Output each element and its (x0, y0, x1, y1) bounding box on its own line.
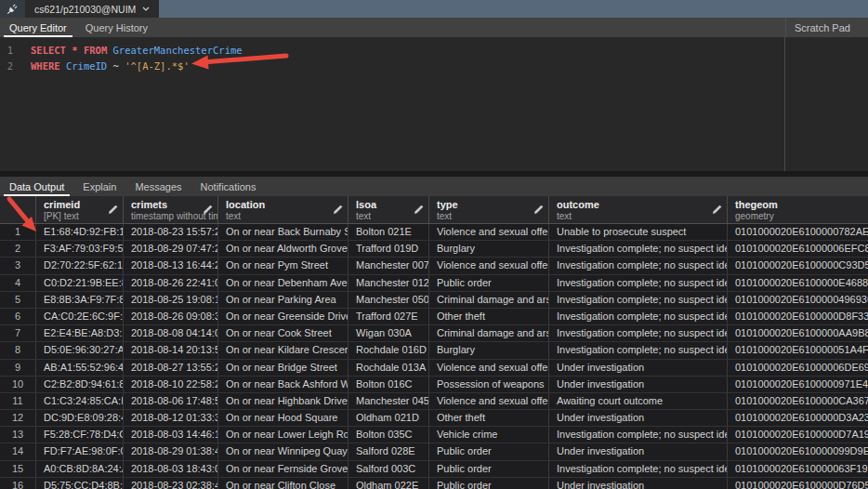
cell-outcome[interactable]: Investigation complete; no suspect ident… (549, 461, 728, 477)
cell-lsoa[interactable]: Bolton 035C (349, 427, 429, 443)
cell-lsoa[interactable]: Rochdale 016D (349, 342, 429, 358)
scratch-pad-panel[interactable] (785, 37, 868, 171)
cell-location[interactable]: On or near Cook Street (218, 325, 349, 341)
row-number[interactable]: 15 (0, 461, 36, 477)
cell-lsoa[interactable]: Trafford 019D (349, 241, 429, 257)
cell-type[interactable]: Violence and sexual offences (429, 393, 549, 409)
cell-crimeid[interactable]: FD:F7:AE:98:0F:07 (36, 443, 124, 459)
cell-crimets[interactable]: 2018-08-10 22:58:24 (124, 377, 218, 392)
cell-thegeom[interactable]: 0101000020E61000006DE690D442E9 (728, 360, 868, 376)
cell-crimets[interactable]: 2018-08-27 13:55:27 (124, 360, 218, 376)
cell-crimets[interactable]: 2018-08-12 01:33:36 (124, 410, 218, 426)
cell-outcome[interactable]: Investigation complete; no suspect ident… (549, 342, 728, 358)
tab-data-output[interactable]: Data Output (0, 177, 73, 196)
cell-location[interactable]: On or near Hood Square (218, 410, 349, 426)
connection-status-button[interactable] (0, 0, 25, 18)
cell-lsoa[interactable]: Wigan 030A (349, 325, 429, 341)
select-all-corner[interactable] (0, 196, 36, 223)
cell-lsoa[interactable]: Salford 028E (349, 443, 429, 459)
cell-outcome[interactable]: Investigation complete; no suspect ident… (549, 325, 728, 341)
row-number[interactable]: 1 (0, 224, 36, 240)
cell-thegeom[interactable]: 0101000020E6100000D8F335CB65C3 (728, 309, 868, 324)
tab-notifications[interactable]: Notifications (191, 177, 266, 196)
cell-crimeid[interactable]: E8:8B:3A:F9:7F:89 (36, 292, 124, 308)
cell-location[interactable]: On or near Greenside Drive (218, 309, 349, 324)
cell-location[interactable]: On or near Pym Street (218, 258, 349, 273)
cell-crimeid[interactable]: D5:75:CC:D4:8B:0A (36, 478, 124, 489)
cell-crimets[interactable]: 2018-08-29 07:47:27 (124, 241, 218, 257)
connection-dropdown[interactable]: cs621/p210030@NUIM (25, 0, 159, 18)
cell-crimeid[interactable]: D2:70:22:5F:62:15 (36, 258, 124, 273)
cell-lsoa[interactable]: Oldham 022E (349, 478, 429, 489)
cell-crimeid[interactable]: C0:D2:21:9B:EE:8A (36, 275, 124, 291)
row-number[interactable]: 9 (0, 360, 36, 376)
cell-crimeid[interactable]: A0:CB:8D:8A:24:AD (36, 461, 124, 477)
cell-type[interactable]: Violence and sexual offences (429, 224, 549, 240)
cell-lsoa[interactable]: Manchester 050E (349, 292, 429, 308)
cell-thegeom[interactable]: 0101000020E6100000CA367007EAD4 (728, 393, 868, 409)
row-number[interactable]: 5 (0, 292, 36, 308)
cell-outcome[interactable]: Investigation complete; no suspect ident… (549, 258, 728, 273)
cell-outcome[interactable]: Investigation complete; no suspect ident… (549, 427, 728, 443)
cell-outcome[interactable]: Under investigation (549, 377, 728, 392)
cell-lsoa[interactable]: Rochdale 013A (349, 360, 429, 376)
cell-location[interactable]: On or near Winnipeg Quay (218, 443, 349, 459)
row-number[interactable]: 3 (0, 258, 36, 273)
cell-type[interactable]: Criminal damage and arson (429, 325, 549, 341)
cell-crimeid[interactable]: F5:28:CF:78:D4:C6 (36, 427, 124, 443)
cell-crimets[interactable]: 2018-08-03 18:43:07 (124, 461, 218, 477)
cell-lsoa[interactable]: Manchester 045D (349, 393, 429, 409)
column-header-thegeom[interactable]: thegeomgeometry (728, 196, 868, 223)
cell-thegeom[interactable]: 0101000020E610000063F19BC24A25 (728, 461, 868, 477)
cell-crimets[interactable]: 2018-08-25 19:08:15 (124, 292, 218, 308)
cell-location[interactable]: On or near Back Burnaby Street (218, 224, 349, 240)
row-number[interactable]: 7 (0, 325, 36, 341)
tab-query-history[interactable]: Query History (76, 18, 157, 37)
cell-crimeid[interactable]: F3:AF:79:03:F9:55 (36, 241, 124, 257)
cell-crimeid[interactable]: C1:C3:24:85:CA:EC (36, 393, 124, 409)
cell-thegeom[interactable]: 0101000020E610000099D9E731CA53 (728, 443, 868, 459)
row-number[interactable]: 6 (0, 309, 36, 324)
cell-lsoa[interactable]: Bolton 016C (349, 377, 429, 392)
cell-location[interactable]: On or near Fernside Grove (218, 461, 349, 477)
cell-lsoa[interactable]: Manchester 007B (349, 258, 429, 273)
cell-location[interactable]: On or near Aldworth Grove (218, 241, 349, 257)
row-number[interactable]: 11 (0, 393, 36, 409)
cell-type[interactable]: Other theft (429, 410, 549, 426)
cell-type[interactable]: Other theft (429, 309, 549, 324)
cell-lsoa[interactable]: Salford 003C (349, 461, 429, 477)
cell-lsoa[interactable]: Manchester 012E (349, 275, 429, 291)
cell-crimets[interactable]: 2018-08-23 15:57:24 (124, 224, 218, 240)
tab-query-editor[interactable]: Query Editor (0, 18, 76, 37)
row-number[interactable]: 10 (0, 377, 36, 392)
sql-editor[interactable]: 1SELECT * FROM GreaterManchesterCrime2WH… (0, 37, 784, 171)
row-number[interactable]: 2 (0, 241, 36, 257)
cell-thegeom[interactable]: 0101000020E6100000E4688EACFC72 (728, 275, 868, 291)
cell-location[interactable]: On or near Kildare Crescent (218, 342, 349, 358)
cell-crimets[interactable]: 2018-08-26 22:41:09 (124, 275, 218, 291)
cell-type[interactable]: Public order (429, 478, 549, 489)
column-header-lsoa[interactable]: lsoatext (349, 196, 429, 223)
tab-explain[interactable]: Explain (73, 177, 125, 196)
cell-location[interactable]: On or near Debenham Avenue (218, 275, 349, 291)
row-number[interactable]: 8 (0, 342, 36, 358)
cell-thegeom[interactable]: 0101000020E6100000AA9B8BBFED25 (728, 325, 868, 341)
cell-location[interactable]: On or near Clifton Close (218, 478, 349, 489)
cell-crimets[interactable]: 2018-08-29 01:38:49 (124, 443, 218, 459)
cell-crimets[interactable]: 2018-08-13 16:44:27 (124, 258, 218, 273)
cell-thegeom[interactable]: 0101000020E6100000C93D5DDDB198 (728, 258, 868, 273)
cell-outcome[interactable]: Under investigation (549, 360, 728, 376)
cell-outcome[interactable]: Under investigation (549, 478, 728, 489)
cell-thegeom[interactable]: 0101000020E6100000971E4DF5647E (728, 377, 868, 392)
cell-crimets[interactable]: 2018-08-26 09:08:30 (124, 309, 218, 324)
cell-thegeom[interactable]: 0101000020E610000051A4FB390539 (728, 342, 868, 358)
cell-crimeid[interactable]: D5:0E:96:30:27:AC (36, 342, 124, 358)
cell-type[interactable]: Vehicle crime (429, 427, 549, 443)
cell-location[interactable]: On or near Back Ashford Walk (218, 377, 349, 392)
cell-type[interactable]: Possession of weapons (429, 377, 549, 392)
cell-thegeom[interactable]: 0101000020E61000006EFC89CA86D5 (728, 241, 868, 257)
cell-type[interactable]: Violence and sexual offences (429, 360, 549, 376)
cell-thegeom[interactable]: 0101000020E6100000D3A23EC91D76 (728, 410, 868, 426)
cell-type[interactable]: Criminal damage and arson (429, 292, 549, 308)
cell-crimeid[interactable]: C2:B2:8D:94:61:8C (36, 377, 124, 392)
